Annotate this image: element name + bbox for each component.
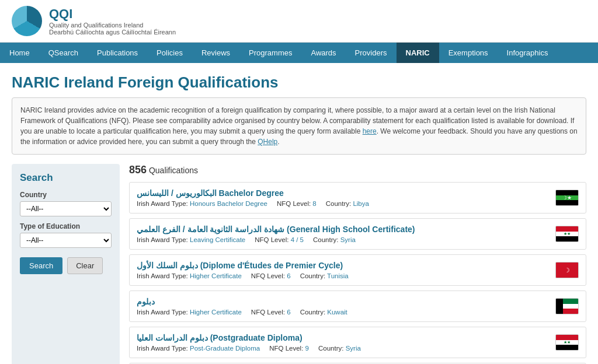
qual-info: البكالوريوس / الليسانس Bachelor Degree I… [137,188,550,207]
qual-info: دبلوم السلك الأول (Diplome d'Études de P… [137,261,550,279]
search-sidebar: Search Country --All-- Type of Education… [12,164,120,364]
logo-text: QQI Quality and Qualifications Ireland D… [49,6,176,36]
award-type: Irish Award Type: Honours Bachelor Degre… [137,200,267,207]
results-count: 856 Qualifications [129,164,586,176]
nav-infographics[interactable]: Infographics [498,43,558,63]
nav-home[interactable]: Home [0,43,39,63]
qual-meta: Irish Award Type: Honours Bachelor Degre… [137,200,550,207]
nav-awards[interactable]: Awards [301,43,345,63]
qhelp-link[interactable]: QHelp [258,138,277,146]
country: Country: Libya [326,200,369,207]
logo-title: QQI [49,6,176,22]
main-content: Search Country --All-- Type of Education… [0,164,598,364]
table-row: دبلوم Irish Award Type: Higher Certifica… [129,290,586,322]
qual-meta: Irish Award Type: Leaving Certificate NF… [137,236,550,243]
main-nav: Home QSearch Publications Policies Revie… [0,43,598,63]
table-row: البكالوريوس / الليسانس Bachelor Degree I… [129,182,586,214]
nav-programmes[interactable]: Programmes [239,43,301,63]
qual-title-link[interactable]: دبلوم [137,297,550,306]
qual-info: شهادة الدراسة الثانوية العامة / الفرع ال… [137,225,550,243]
flag-icon [555,298,579,314]
award-type: Irish Award Type: Post-Graduate Diploma [137,345,260,352]
education-label: Type of Education [20,222,112,230]
qual-title-link[interactable]: البكالوريوس / الليسانس Bachelor Degree [137,188,550,198]
clear-button[interactable]: Clear [67,257,103,274]
qual-meta: Irish Award Type: Higher Certificate NFQ… [137,272,550,279]
qual-title-link[interactable]: شهادة الدراسة الثانوية العامة / الفرع ال… [137,225,550,234]
flag-icon: ☽ [555,262,579,278]
qual-info: دبلوم Irish Award Type: Higher Certifica… [137,297,550,316]
nav-providers[interactable]: Providers [346,43,397,63]
nfq-level: NFQ Level: 9 [269,345,309,352]
nfq-level: NFQ Level: 4 / 5 [255,236,304,243]
qual-title-link[interactable]: دبلوم الدراسات العليا (Postgraduate Dipl… [137,333,550,342]
info-box: NARIC Ireland provides advice on the aca… [12,97,586,155]
qual-meta: Irish Award Type: Post-Graduate Diploma … [137,345,550,352]
nav-publications[interactable]: Publications [88,43,147,63]
qual-meta: Irish Award Type: Higher Certificate NFQ… [137,309,550,316]
country: Country: Kuwait [300,309,347,316]
flag-icon: ★★ [555,334,579,351]
logo-icon [12,6,42,36]
nav-naric[interactable]: NARIC [397,43,439,63]
nfq-level: NFQ Level: 6 [251,309,291,316]
nfq-level: NFQ Level: 6 [251,272,291,279]
flag-icon: ★★ [555,226,579,242]
flag-icon: ☽★ [555,190,579,206]
sidebar-title: Search [20,172,112,184]
country-select[interactable]: --All-- [20,201,112,216]
country: Country: Syria [313,236,356,243]
qual-info: دبلوم الدراسات العليا (Postgraduate Dipl… [137,333,550,352]
nav-qsearch[interactable]: QSearch [39,43,88,63]
logo-subtitle-line2: Dearbhú Cáilíochta agus Cáilíochtaí Éire… [49,29,176,36]
info-text3: . [277,138,279,146]
results-panel: 856 Qualifications البكالوريوس / الليسان… [129,164,586,364]
nav-reviews[interactable]: Reviews [192,43,239,63]
nav-policies[interactable]: Policies [147,43,192,63]
country: Country: Tunisia [300,272,349,279]
sidebar-buttons: Search Clear [20,257,112,274]
info-link[interactable]: here [363,127,377,135]
education-select[interactable]: --All-- [20,233,112,248]
award-type: Irish Award Type: Higher Certificate [137,272,242,279]
award-type: Irish Award Type: Leaving Certificate [137,236,245,243]
country: Country: Syria [318,345,361,352]
country-label: Country [20,191,112,199]
search-button[interactable]: Search [20,257,62,274]
table-row: دبلوم الدراسات العليا (Postgraduate Dipl… [129,327,586,358]
table-row: دبلوم السلك الأول (Diplome d'Études de P… [129,254,586,286]
logo-subtitle-line1: Quality and Qualifications Ireland [49,22,176,29]
results-number: 856 [129,164,147,176]
qual-title-link[interactable]: دبلوم السلك الأول (Diplome d'Études de P… [137,261,550,270]
nav-exemptions[interactable]: Exemptions [439,43,498,63]
nfq-level: NFQ Level: 8 [277,200,317,207]
site-header: QQI Quality and Qualifications Ireland D… [0,0,598,43]
award-type: Irish Award Type: Higher Certificate [137,309,242,316]
table-row: شهادة الدراسة الثانوية العامة / الفرع ال… [129,218,586,250]
qualifications-list: البكالوريوس / الليسانس Bachelor Degree I… [129,182,586,364]
logo-area: QQI Quality and Qualifications Ireland D… [12,6,176,36]
results-label: Qualifications [149,166,198,175]
page-title: NARIC Ireland Foreign Qualifications [0,63,598,97]
